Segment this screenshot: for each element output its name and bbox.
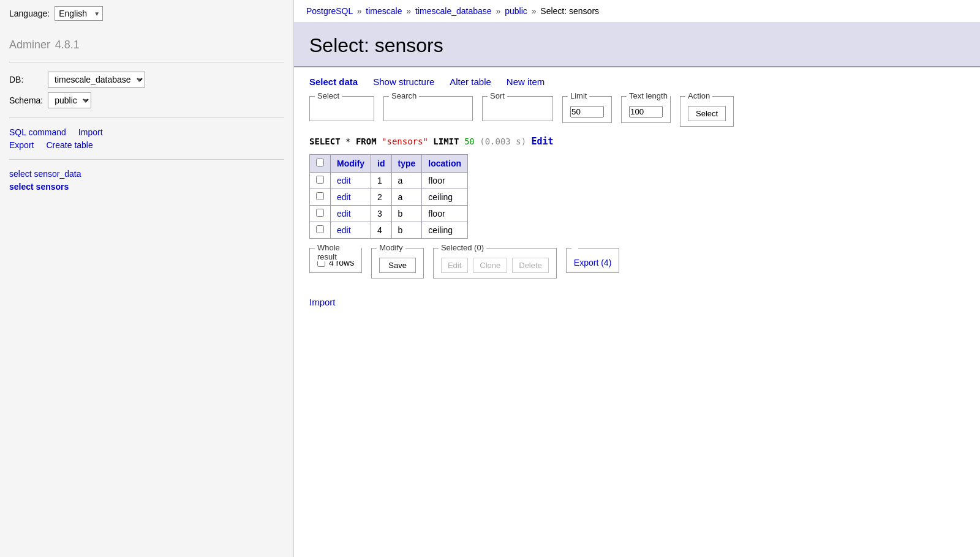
schema-select[interactable]: public xyxy=(48,92,91,108)
row-edit-cell-3: edit xyxy=(331,222,371,239)
sql-line: SELECT * FROM "sensors" LIMIT 50 (0.003 … xyxy=(309,136,965,147)
import-link[interactable]: Import xyxy=(309,297,336,307)
limit-input[interactable] xyxy=(570,106,604,118)
import-nav-link[interactable]: Import xyxy=(78,127,103,137)
row-location-1: ceiling xyxy=(422,189,468,206)
tab-show-structure[interactable]: Show structure xyxy=(373,77,434,87)
main-content: PostgreSQL » timescale » timescale_datab… xyxy=(294,0,980,557)
page-title: Select: sensors xyxy=(309,34,965,57)
delete-selected-button[interactable]: Delete xyxy=(512,258,549,273)
row-id-0: 1 xyxy=(371,173,391,189)
modify-label: Modify xyxy=(377,243,405,252)
sql-limit-num: 50 xyxy=(464,136,475,146)
selected-label: Selected (0) xyxy=(439,243,486,252)
db-select[interactable]: timescale_database xyxy=(48,72,145,88)
select-group-label: Select xyxy=(315,91,342,100)
search-input[interactable] xyxy=(391,107,465,116)
row-checkbox-0[interactable] xyxy=(316,176,324,184)
clone-selected-button[interactable]: Clone xyxy=(473,258,507,273)
sql-keyword-from: FROM xyxy=(356,136,377,146)
db-select-wrapper: timescale_database xyxy=(48,72,145,88)
row-type-3: b xyxy=(391,222,422,239)
row-checkbox-cell-3 xyxy=(310,222,331,239)
modify-group: Modify Save xyxy=(371,248,424,278)
breadcrumb-current: Select: sensors xyxy=(540,6,599,16)
app-title: Adminer 4.8.1 xyxy=(9,33,284,53)
schema-label: Schema: xyxy=(9,95,43,105)
breadcrumb-public[interactable]: public xyxy=(505,6,527,16)
app-version: 4.8.1 xyxy=(55,39,80,51)
text-length-input[interactable] xyxy=(629,106,663,118)
row-location-3: ceiling xyxy=(422,222,468,239)
tab-alter-table[interactable]: Alter table xyxy=(450,77,491,87)
th-id-link[interactable]: id xyxy=(377,159,385,168)
limit-group: Limit xyxy=(562,96,612,123)
sql-command-link[interactable]: SQL command xyxy=(9,127,66,137)
schema-row: Schema: public xyxy=(9,92,284,108)
nav-links: SQL command Import Export Create table xyxy=(9,127,284,150)
sql-keyword-limit: LIMIT xyxy=(433,136,459,146)
row-id-3: 4 xyxy=(371,222,391,239)
table-links: select sensor_data select sensors xyxy=(9,169,284,192)
breadcrumb-postgresql[interactable]: PostgreSQL xyxy=(306,6,353,16)
data-table: Modify id type location xyxy=(309,154,468,239)
divider-2 xyxy=(9,118,284,118)
tab-select-data[interactable]: Select data xyxy=(309,77,358,87)
row-checkbox-cell-1 xyxy=(310,189,331,206)
limit-row xyxy=(570,106,604,118)
export-link[interactable]: Export (4) xyxy=(574,258,611,267)
row-edit-link-1[interactable]: edit xyxy=(337,192,351,202)
row-id-1: 2 xyxy=(371,189,391,206)
selected-buttons: Edit Clone Delete xyxy=(441,258,549,273)
action-select-button[interactable]: Select xyxy=(688,106,726,121)
row-checkbox-2[interactable] xyxy=(316,209,324,217)
page-header: Select: sensors xyxy=(294,22,980,67)
create-table-link[interactable]: Create table xyxy=(46,140,92,150)
th-type: type xyxy=(391,155,422,173)
select-input[interactable] xyxy=(317,107,366,116)
toolbar: Select Search Sort Limit xyxy=(309,96,965,127)
language-row: Language: English Czech German French Sp… xyxy=(9,6,284,21)
export-group-label xyxy=(571,243,579,252)
th-modify-link[interactable]: Modify xyxy=(337,159,364,168)
breadcrumb-db[interactable]: timescale_database xyxy=(415,6,492,16)
row-checkbox-3[interactable] xyxy=(316,225,324,233)
row-edit-cell-2: edit xyxy=(331,206,371,222)
th-modify: Modify xyxy=(331,155,371,173)
row-edit-link-2[interactable]: edit xyxy=(337,209,351,219)
sql-time: (0.003 s) xyxy=(480,136,526,146)
select-all-checkbox[interactable] xyxy=(316,159,324,166)
sql-table-name: "sensors" xyxy=(382,136,428,146)
th-location-link[interactable]: location xyxy=(428,159,461,168)
text-length-row xyxy=(629,106,663,118)
sort-input[interactable] xyxy=(490,107,545,116)
row-checkbox-1[interactable] xyxy=(316,192,324,200)
action-label: Action xyxy=(685,91,712,100)
breadcrumb-timescale[interactable]: timescale xyxy=(366,6,402,16)
export-nav-link[interactable]: Export xyxy=(9,140,34,150)
row-location-2: floor xyxy=(422,206,468,222)
divider-3 xyxy=(9,159,284,160)
table-link-sensor-data[interactable]: select sensor_data xyxy=(9,169,284,179)
row-checkbox-cell-0 xyxy=(310,173,331,189)
db-label: DB: xyxy=(9,75,43,84)
language-select[interactable]: English Czech German French Spanish xyxy=(55,6,103,21)
row-checkbox-cell-2 xyxy=(310,206,331,222)
search-group: Search xyxy=(383,96,473,121)
row-edit-link-0[interactable]: edit xyxy=(337,176,351,185)
db-row: DB: timescale_database xyxy=(9,72,284,88)
breadcrumb-sep-4: » xyxy=(532,6,537,16)
th-type-link[interactable]: type xyxy=(398,159,416,168)
tab-new-item[interactable]: New item xyxy=(507,77,545,87)
breadcrumb-sep-3: » xyxy=(496,6,500,16)
breadcrumb-sep-1: » xyxy=(357,6,362,16)
save-button[interactable]: Save xyxy=(379,258,416,273)
bottom-toolbar: Whole result 4 rows Modify Save Selected… xyxy=(309,248,965,278)
sql-edit-link[interactable]: Edit xyxy=(532,136,554,147)
limit-group-label: Limit xyxy=(568,91,589,100)
table-link-sensors[interactable]: select sensors xyxy=(9,182,284,192)
sort-group: Sort xyxy=(482,96,553,121)
edit-selected-button[interactable]: Edit xyxy=(441,258,468,273)
search-group-label: Search xyxy=(389,91,419,100)
row-edit-link-3[interactable]: edit xyxy=(337,225,351,235)
